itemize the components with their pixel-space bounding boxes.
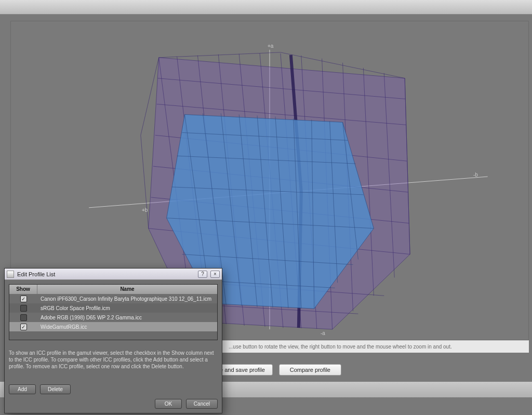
add-button[interactable]: Add	[9, 384, 36, 394]
profile-table: Show Name ✓Canon iPF6300_Carson Infinity…	[9, 284, 218, 340]
dialog-help-text: To show an ICC profile in the gamut view…	[9, 350, 218, 370]
axis-label-plus-b: +b	[142, 207, 148, 213]
show-checkbox[interactable]	[20, 305, 27, 312]
dialog-titlebar[interactable]: Edit Profile List ? ×	[5, 269, 222, 280]
app-toolbar	[0, 0, 532, 15]
table-row[interactable]: sRGB Color Space Profile.icm	[9, 303, 217, 313]
edit-profile-list-dialog: Edit Profile List ? × Show Name ✓Canon i…	[4, 268, 222, 413]
profile-name: WideGamutRGB.icc	[37, 324, 217, 330]
table-header: Show Name	[9, 285, 217, 294]
axis-label-minus-b: -b	[473, 172, 478, 178]
app-icon	[7, 271, 14, 278]
show-checkbox[interactable]: ✓	[20, 324, 27, 330]
axis-label-plus-a: +a	[268, 43, 273, 49]
ok-button[interactable]: OK	[155, 399, 182, 409]
show-checkbox[interactable]	[20, 314, 27, 321]
help-button[interactable]: ?	[198, 271, 207, 278]
profile-name: Adobe RGB (1998) D65 WP 2.2 Gamma.icc	[37, 315, 217, 320]
dialog-title: Edit Profile List	[17, 271, 195, 277]
compare-profile-button[interactable]: Compare profile	[279, 364, 341, 376]
profile-name: Canon iPF6300_Carson Infinity Baryta Pho…	[37, 296, 217, 302]
close-button[interactable]: ×	[210, 271, 220, 278]
table-row[interactable]: ✓WideGamutRGB.icc	[9, 322, 217, 331]
axis-label-minus-a: -a	[321, 330, 325, 336]
col-show[interactable]: Show	[9, 285, 37, 294]
show-checkbox[interactable]: ✓	[20, 296, 27, 302]
table-row[interactable]: ✓Canon iPF6300_Carson Infinity Baryta Ph…	[9, 294, 217, 303]
delete-button[interactable]: Delete	[40, 384, 71, 394]
profile-name: sRGB Color Space Profile.icm	[37, 305, 217, 311]
cancel-button[interactable]: Cancel	[186, 399, 218, 409]
table-row[interactable]: Adobe RGB (1998) D65 WP 2.2 Gamma.icc	[9, 313, 217, 322]
viewer-hint-text: ...use button to rotate the view, the ri…	[229, 344, 452, 350]
col-name[interactable]: Name	[37, 285, 217, 294]
table-body: ✓Canon iPF6300_Carson Infinity Baryta Ph…	[9, 294, 217, 340]
app-root: +a -a +b -b ...use button to rotate the …	[0, 0, 532, 415]
